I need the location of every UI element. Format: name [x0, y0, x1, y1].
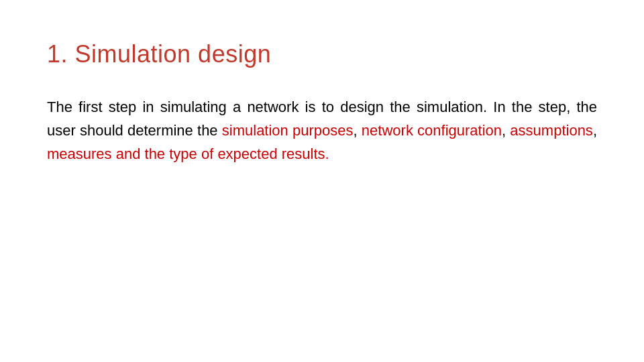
text-part-7: , [593, 122, 597, 139]
text-part-5: , [502, 122, 510, 139]
text-part-4: network configuration [362, 122, 502, 139]
slide-title: 1. Simulation design [47, 40, 597, 68]
text-part-3: , [354, 122, 362, 139]
text-part-2: simulation purposes [222, 122, 354, 139]
text-part-8: measures and the type of expected result… [47, 145, 329, 162]
slide-content: The first step in simulating a network i… [47, 95, 597, 166]
text-part-6: assumptions [510, 122, 593, 139]
slide: 1. Simulation design The first step in s… [0, 0, 644, 362]
